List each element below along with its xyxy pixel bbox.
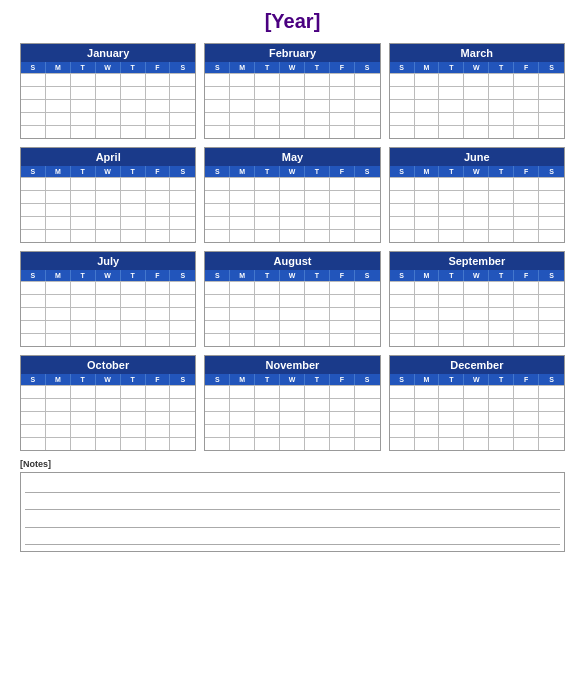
day-cell — [170, 100, 195, 112]
day-cell — [170, 74, 195, 86]
day-cell — [415, 438, 440, 450]
notes-line-2 — [25, 496, 560, 510]
week-rows-august — [205, 281, 379, 346]
month-block-january: JanuarySMTWTFS — [20, 43, 196, 139]
day-cell — [170, 438, 195, 450]
week-row — [205, 86, 379, 99]
week-row — [205, 320, 379, 333]
day-cell — [46, 204, 71, 216]
day-cell — [305, 334, 330, 346]
day-cell — [539, 386, 564, 398]
day-cell — [539, 425, 564, 437]
day-cell — [96, 334, 121, 346]
day-cell — [390, 113, 415, 125]
week-row — [390, 385, 564, 398]
day-cell — [439, 74, 464, 86]
week-row — [390, 112, 564, 125]
day-cell — [121, 126, 146, 138]
day-cell — [71, 399, 96, 411]
day-header-cell: S — [539, 270, 564, 281]
day-cell — [46, 425, 71, 437]
week-row — [390, 437, 564, 450]
day-cell — [46, 334, 71, 346]
day-cell — [230, 100, 255, 112]
day-cell — [489, 386, 514, 398]
day-cell — [539, 100, 564, 112]
notes-box[interactable] — [20, 472, 565, 552]
day-header-cell: S — [205, 374, 230, 385]
day-cell — [305, 204, 330, 216]
day-cell — [21, 100, 46, 112]
day-cell — [170, 399, 195, 411]
day-cell — [46, 230, 71, 242]
day-cell — [330, 191, 355, 203]
day-header-cell: T — [71, 166, 96, 177]
day-header-cell: M — [46, 166, 71, 177]
day-cell — [21, 113, 46, 125]
day-cell — [464, 100, 489, 112]
day-cell — [305, 308, 330, 320]
month-block-october: OctoberSMTWTFS — [20, 355, 196, 451]
day-cell — [255, 74, 280, 86]
day-cell — [355, 100, 380, 112]
day-headers-november: SMTWTFS — [205, 374, 379, 385]
day-cell — [390, 308, 415, 320]
week-rows-april — [21, 177, 195, 242]
day-cell — [170, 308, 195, 320]
day-cell — [355, 230, 380, 242]
day-cell — [121, 217, 146, 229]
day-cell — [390, 334, 415, 346]
day-cell — [205, 100, 230, 112]
day-cell — [255, 204, 280, 216]
day-cell — [390, 204, 415, 216]
day-cell — [464, 126, 489, 138]
day-cell — [514, 178, 539, 190]
day-header-cell: T — [305, 62, 330, 73]
day-cell — [390, 412, 415, 424]
day-cell — [514, 74, 539, 86]
day-cell — [439, 100, 464, 112]
day-cell — [205, 191, 230, 203]
day-cell — [146, 438, 171, 450]
week-rows-january — [21, 73, 195, 138]
day-header-cell: S — [355, 62, 380, 73]
day-cell — [464, 321, 489, 333]
day-cell — [464, 386, 489, 398]
day-cell — [121, 100, 146, 112]
day-cell — [539, 282, 564, 294]
day-cell — [96, 295, 121, 307]
day-cell — [46, 438, 71, 450]
day-cell — [21, 178, 46, 190]
day-cell — [330, 399, 355, 411]
month-block-february: FebruarySMTWTFS — [204, 43, 380, 139]
day-cell — [539, 204, 564, 216]
week-row — [390, 86, 564, 99]
day-header-cell: T — [121, 270, 146, 281]
day-cell — [355, 87, 380, 99]
day-cell — [205, 178, 230, 190]
day-cell — [280, 308, 305, 320]
day-header-cell: S — [21, 270, 46, 281]
day-cell — [255, 399, 280, 411]
day-cell — [205, 334, 230, 346]
day-cell — [121, 386, 146, 398]
day-cell — [255, 438, 280, 450]
week-row — [205, 125, 379, 138]
day-cell — [355, 438, 380, 450]
day-cell — [71, 438, 96, 450]
day-cell — [230, 399, 255, 411]
day-cell — [280, 334, 305, 346]
day-cell — [21, 386, 46, 398]
month-block-may: MaySMTWTFS — [204, 147, 380, 243]
day-header-cell: M — [46, 62, 71, 73]
day-cell — [489, 412, 514, 424]
day-cell — [390, 230, 415, 242]
day-cell — [205, 412, 230, 424]
day-cell — [305, 178, 330, 190]
day-cell — [121, 191, 146, 203]
day-cell — [96, 282, 121, 294]
day-cell — [205, 74, 230, 86]
day-cell — [330, 412, 355, 424]
day-header-cell: F — [330, 166, 355, 177]
day-cell — [305, 74, 330, 86]
